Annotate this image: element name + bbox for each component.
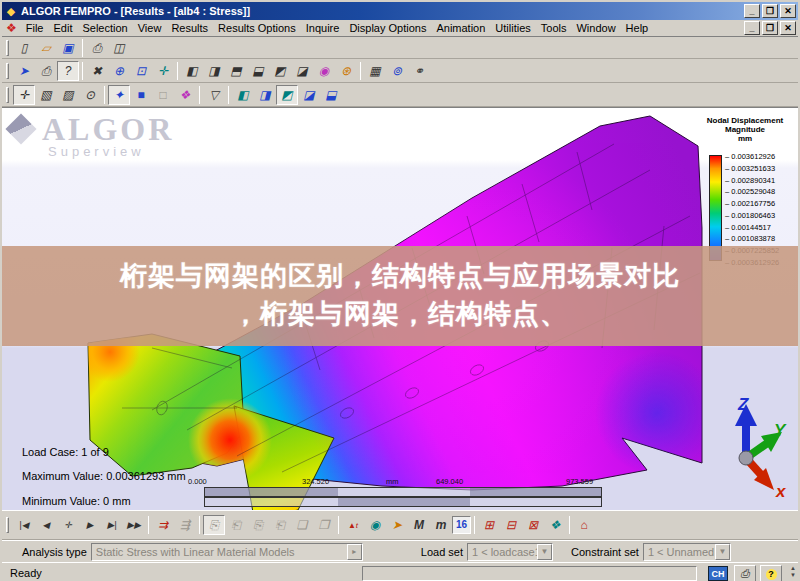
load-set-dropdown-icon[interactable]: ▼ (537, 544, 552, 560)
zoom-window-button[interactable]: ⊕ (108, 61, 130, 81)
printer-status-button[interactable]: ⎙ (734, 565, 756, 581)
load-set-combo[interactable]: 1 < loadcase1 > ▼ (467, 543, 553, 561)
capture-view-button[interactable]: ❏ (291, 515, 313, 535)
pane-layout-3-button[interactable]: ◩ (276, 85, 298, 105)
zoom-extents-button[interactable]: ✖ (86, 61, 108, 81)
anim-loop-button[interactable]: ⇉ (152, 515, 174, 535)
report-export-button[interactable]: ❖ (544, 515, 566, 535)
shaded-view-button[interactable]: ■ (130, 85, 152, 105)
menu-results[interactable]: Results (166, 21, 213, 35)
color-wheel-button[interactable]: ⊛ (335, 61, 357, 81)
anim-last-button[interactable]: ▶▶ (123, 515, 145, 535)
recenter-button[interactable]: ✦ (108, 85, 130, 105)
toolbar-drag-handle[interactable] (6, 63, 9, 79)
constraint-set-dropdown-icon[interactable]: ▼ (715, 544, 730, 560)
results-viewport[interactable]: ALGOR Superview Nodal Displacement Magni… (2, 107, 798, 510)
view-bottom-button[interactable]: ⬓ (247, 61, 269, 81)
view-isometric-button[interactable]: ◉ (313, 61, 335, 81)
toolbar-drag-handle[interactable] (6, 40, 9, 56)
capture-window-button[interactable]: ❐ (313, 515, 335, 535)
analysis-type-expand-icon[interactable]: ▸ (347, 544, 362, 560)
copy-animation-button[interactable]: ⎗ (225, 515, 247, 535)
constraint-set-combo[interactable]: 1 < Unnamed > ▼ (643, 543, 731, 561)
menu-help[interactable]: Help (621, 21, 654, 35)
report-print-button[interactable]: ⌂ (573, 515, 595, 535)
status-stepper[interactable]: ▲▼ (790, 565, 796, 579)
minimize-button[interactable]: _ (744, 4, 760, 18)
menu-edit[interactable]: Edit (49, 21, 78, 35)
select-polyline-button[interactable]: ▨ (57, 85, 79, 105)
anim-step-button[interactable]: ⇶ (174, 515, 196, 535)
camera-capture-button[interactable]: ◉ (364, 515, 386, 535)
menu-view[interactable]: View (133, 21, 167, 35)
world-view-button[interactable]: ⊚ (386, 61, 408, 81)
find-button[interactable]: ⚭ (408, 61, 430, 81)
menu-window[interactable]: Window (571, 21, 620, 35)
view-left-button[interactable]: ◩ (269, 61, 291, 81)
menu-inquire[interactable]: Inquire (301, 21, 345, 35)
pane-layout-2-button[interactable]: ◨ (254, 85, 276, 105)
save-button[interactable]: ▣ (57, 38, 79, 58)
screen-capture-button[interactable]: ⎙ (35, 61, 57, 81)
select-rectangle-button[interactable]: ▧ (35, 85, 57, 105)
report-view-2-button[interactable]: ⊟ (500, 515, 522, 535)
export-animation-button[interactable]: ⎗ (269, 515, 291, 535)
child-close-button[interactable]: ✕ (780, 21, 796, 35)
report-3-icon: ⊠ (528, 518, 538, 532)
select-point-button[interactable]: ✛ (13, 85, 35, 105)
pane-5-icon: ⬓ (325, 88, 336, 102)
menu-display-options[interactable]: Display Options (344, 21, 431, 35)
menu-selection[interactable]: Selection (77, 21, 132, 35)
print-animation-button[interactable]: ⎘ (247, 515, 269, 535)
toolbar-drag-handle[interactable] (6, 87, 9, 103)
anim-previous-button[interactable]: ◀ (35, 515, 57, 535)
legend-title-line1: Nodal Displacement (692, 116, 798, 125)
menu-utilities[interactable]: Utilities (490, 21, 535, 35)
context-help-button[interactable]: ? (57, 61, 79, 81)
view-back-button[interactable]: ◨ (203, 61, 225, 81)
dither-toggle-button[interactable]: ▦ (364, 61, 386, 81)
wireframe-view-button[interactable]: □ (152, 85, 174, 105)
help-status-button[interactable]: ? (760, 565, 782, 581)
anim-frame-button[interactable]: ✛ (57, 515, 79, 535)
print-button[interactable]: ⎙ (86, 38, 108, 58)
anim-next-button[interactable]: ▶| (101, 515, 123, 535)
language-badge[interactable]: CH (708, 566, 728, 581)
pan-button[interactable]: ✛ (152, 61, 174, 81)
menu-animation[interactable]: Animation (431, 21, 490, 35)
report-view-3-button[interactable]: ⊠ (522, 515, 544, 535)
view-right-button[interactable]: ◪ (291, 61, 313, 81)
analysis-type-combo[interactable]: Static Stress with Linear Material Model… (91, 543, 363, 561)
probe-cursor-button[interactable]: ➤ (386, 515, 408, 535)
save-animation-button[interactable]: ⎘ (203, 515, 225, 535)
close-button[interactable]: ✕ (780, 4, 796, 18)
open-file-button[interactable]: ▱ (35, 38, 57, 58)
toolbar-drag-handle[interactable] (6, 517, 9, 533)
scale-bar-row-top (204, 487, 602, 497)
child-minimize-button[interactable]: _ (744, 21, 760, 35)
show-minimum-button[interactable]: m (430, 515, 452, 535)
rotate-model-button[interactable]: ❖ (174, 85, 196, 105)
timestep-button[interactable]: ▲t (342, 515, 364, 535)
selection-filter-button[interactable]: ▽ (203, 85, 225, 105)
child-restore-button[interactable]: ❐ (762, 21, 778, 35)
anim-first-button[interactable]: |◀ (13, 515, 35, 535)
new-file-button[interactable]: ▯ (13, 38, 35, 58)
help-icon: ? (766, 569, 777, 580)
zoom-select-button[interactable]: ⊡ (130, 61, 152, 81)
report-view-1-button[interactable]: ⊞ (478, 515, 500, 535)
view-top-button[interactable]: ⬒ (225, 61, 247, 81)
print-preview-button[interactable]: ◫ (108, 38, 130, 58)
menu-tools[interactable]: Tools (536, 21, 572, 35)
select-circle-button[interactable]: ⊙ (79, 85, 101, 105)
anim-play-button[interactable]: ▶ (79, 515, 101, 535)
pane-layout-1-button[interactable]: ◧ (232, 85, 254, 105)
pane-layout-4-button[interactable]: ◪ (298, 85, 320, 105)
menu-results-options[interactable]: Results Options (213, 21, 301, 35)
menu-file[interactable]: File (21, 21, 49, 35)
view-front-button[interactable]: ◧ (181, 61, 203, 81)
restore-button[interactable]: ❐ (762, 4, 778, 18)
inquire-cursor-button[interactable]: ➤ (13, 61, 35, 81)
show-maximum-button[interactable]: M (408, 515, 430, 535)
pane-layout-5-button[interactable]: ⬓ (320, 85, 342, 105)
